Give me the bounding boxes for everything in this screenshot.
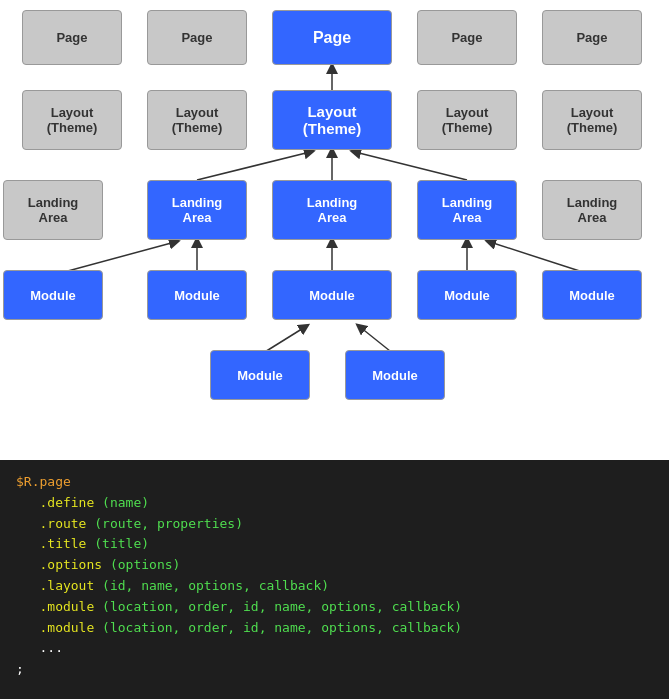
svg-line-3	[355, 152, 467, 180]
landing-node-2: LandingArea	[147, 180, 247, 240]
code-dollar-r: $R.page	[16, 474, 71, 489]
page-node-4: Page	[417, 10, 517, 65]
layout-node-1: Layout(Theme)	[22, 90, 122, 150]
layout-node-5: Layout(Theme)	[542, 90, 642, 150]
landing-node-5: LandingArea	[542, 180, 642, 240]
code-layout-method: .layout	[16, 578, 102, 593]
page-node-5: Page	[542, 10, 642, 65]
code-title-method: .title	[16, 536, 94, 551]
landing-node-3: LandingArea	[272, 180, 392, 240]
code-layout-params: (id, name, options, callback)	[102, 578, 329, 593]
code-module-params-2: (location, order, id, name, options, cal…	[102, 620, 462, 635]
code-route-params: (route, properties)	[94, 516, 243, 531]
code-line-7: .module (location, order, id, name, opti…	[16, 597, 653, 618]
landing-node-1: LandingArea	[3, 180, 103, 240]
code-line-10: ;	[16, 659, 653, 680]
landing-node-4: LandingArea	[417, 180, 517, 240]
code-options-method: .options	[16, 557, 110, 572]
code-module-method-1: .module	[16, 599, 102, 614]
module-node-1: Module	[3, 270, 103, 320]
module-node-5: Module	[542, 270, 642, 320]
code-line-3: .route (route, properties)	[16, 514, 653, 535]
code-module-method-2: .module	[16, 620, 102, 635]
code-title-params: (title)	[94, 536, 149, 551]
diagram-area: Page Page Page Page Page Layout(Theme) L…	[0, 0, 669, 460]
code-line-8: .module (location, order, id, name, opti…	[16, 618, 653, 639]
code-line-2: .define (name)	[16, 493, 653, 514]
code-line-5: .options (options)	[16, 555, 653, 576]
code-line-6: .layout (id, name, options, callback)	[16, 576, 653, 597]
code-define-method: .define	[16, 495, 102, 510]
page-node-3-active: Page	[272, 10, 392, 65]
code-line-1: $R.page	[16, 472, 653, 493]
code-block: $R.page .define (name) .route (route, pr…	[0, 460, 669, 699]
code-module-params-1: (location, order, id, name, options, cal…	[102, 599, 462, 614]
code-options-params: (options)	[110, 557, 180, 572]
module-node-2: Module	[147, 270, 247, 320]
page-node-2: Page	[147, 10, 247, 65]
layout-node-2: Layout(Theme)	[147, 90, 247, 150]
code-line-9: ...	[16, 638, 653, 659]
module-node-6: Module	[210, 350, 310, 400]
code-semicolon: ;	[16, 661, 24, 676]
code-ellipsis: ...	[16, 640, 63, 655]
code-line-4: .title (title)	[16, 534, 653, 555]
layout-node-4: Layout(Theme)	[417, 90, 517, 150]
module-node-4: Module	[417, 270, 517, 320]
module-node-7: Module	[345, 350, 445, 400]
module-node-3: Module	[272, 270, 392, 320]
layout-node-3-active: Layout(Theme)	[272, 90, 392, 150]
page-node-1: Page	[22, 10, 122, 65]
code-define-params: (name)	[102, 495, 149, 510]
code-route-method: .route	[16, 516, 94, 531]
svg-line-1	[197, 152, 310, 180]
